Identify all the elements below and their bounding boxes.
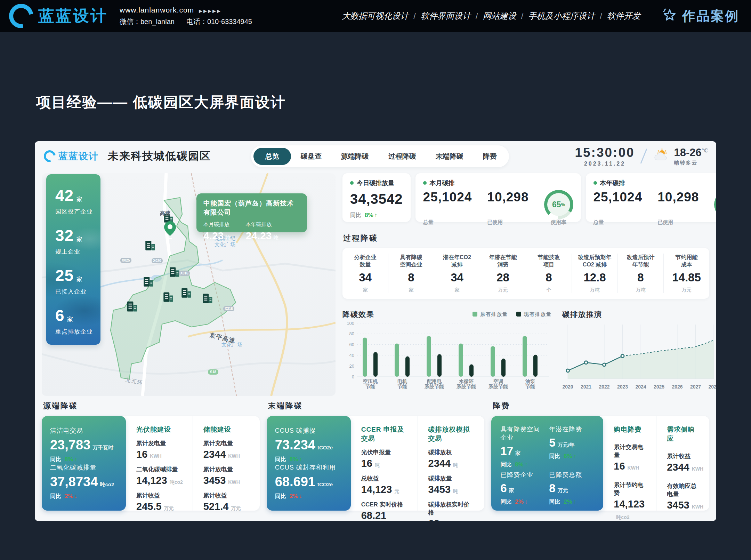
company-name: 中能国宏（葫芦岛）高新技术有限公司 xyxy=(203,199,300,217)
svg-text:S18: S18 xyxy=(210,370,216,374)
line-chart-title: 碳排放推演 xyxy=(562,310,602,319)
menu-item-software-ui[interactable]: 软件界面设计 xyxy=(421,11,471,21)
portfolio-button[interactable]: 作品案例 xyxy=(661,7,739,25)
power-fee-column: 购电降费 累计交易电量16KWH 累计节约电费14,123吨co2 xyxy=(603,416,656,511)
usage-rate-gauge: 65% xyxy=(544,190,573,219)
emission-reduction-bar-chart: 降碳效果 原有排放量 现有排放量 020406080100空压机节能电机节能配用… xyxy=(342,309,552,394)
svg-text:空调系统节能: 空调系统节能 xyxy=(488,378,508,389)
svg-text:2021: 2021 xyxy=(581,384,591,390)
tab-carbon-audit[interactable]: 碳盘查 xyxy=(291,148,331,165)
pv-construction-column: 光伏能建设 累计发电量16KWH 二氧化碳碱排量14,123吨co2 累计收益2… xyxy=(126,416,193,511)
tab-overview[interactable]: 总览 xyxy=(253,148,291,165)
menu-separator: / xyxy=(476,11,478,21)
green-dot-icon xyxy=(423,181,427,185)
divider xyxy=(55,261,93,261)
site-brand[interactable]: 蓝蓝设计 xyxy=(9,4,108,28)
source-gradient-card: 清洁电交易 23,783万千瓦时 同比8%↑ 二氧化碳减排量 37,8734吨c… xyxy=(42,416,126,511)
fee-gradient-card: 具有降费空间企业 17家 同比8%↑ 年潜在降费 5万元/年 同比6%↑ 已降费… xyxy=(491,416,603,511)
svg-text:空压机节能: 空压机节能 xyxy=(363,378,378,389)
site-logo-text: 蓝蓝设计 xyxy=(38,5,108,27)
svg-text:2024: 2024 xyxy=(635,384,646,390)
menu-separator: / xyxy=(521,11,524,21)
svg-text:2026: 2026 xyxy=(672,384,683,390)
tab-terminal-reduction[interactable]: 末端降碳 xyxy=(426,148,473,165)
stat-connected-enterprises: 25家 已接入企业 xyxy=(55,266,100,296)
legend-swatch-current xyxy=(516,312,521,317)
phone-label: 电话：010-63334945 xyxy=(186,18,252,25)
process-stat: 改造后预期年CO2 减排12.8万吨 xyxy=(572,254,617,293)
tab-fee-reduction[interactable]: 降费 xyxy=(473,148,507,165)
svg-text:X016: X016 xyxy=(180,271,188,275)
process-stat: 年潜在节能消费28万元 xyxy=(480,254,526,293)
svg-text:文化广场: 文化广场 xyxy=(221,342,242,347)
svg-text:高速: 高速 xyxy=(160,210,171,216)
bar-chart-canvas: 020406080100空压机节能电机节能配用电系统节能水循环系统节能空调系统节… xyxy=(342,320,552,394)
svg-text:2025: 2025 xyxy=(654,384,664,390)
carbon-trade-column: 碳排放权模拟交易 碳排放权2344吨 碳排放量3453吨 碳排放权实时价格68元… xyxy=(418,416,485,511)
dashboard-panel: 蓝蓝设计 未来科技城低碳园区 总览 碳盘查 源端降碳 过程降碳 末端降碳 降费 … xyxy=(35,141,716,521)
svg-text:水循环系统节能: 水循环系统节能 xyxy=(456,378,476,389)
svg-text:80: 80 xyxy=(349,331,354,336)
weather-range: 18-26 xyxy=(674,146,702,159)
stat-above-scale-enterprises: 32家 规上企业 xyxy=(55,226,100,256)
terminal-section-title: 末端降碳 xyxy=(268,401,485,411)
divider xyxy=(55,301,93,301)
green-dot-icon xyxy=(350,181,354,185)
bar-chart-title: 降碳效果 xyxy=(342,310,374,319)
source-reduction-section: 源端降碳 清洁电交易 23,783万千瓦时 同比8%↑ 二氧化碳减排量 37,8… xyxy=(42,401,260,511)
bar-chart-legend: 原有排放量 现有排放量 xyxy=(473,311,552,318)
park-stats-sidebar: 42家 园区投产企业 32家 规上企业 25家 已接入企业 6家 重点排放企业 xyxy=(46,174,100,345)
dashboard-title: 未来科技城低碳园区 xyxy=(108,149,211,163)
page-title: 项目经验—— 低碳园区大屏界面设计 xyxy=(36,93,286,112)
sun-cloud-icon xyxy=(653,148,671,164)
stat-invested-enterprises: 42家 园区投产企业 xyxy=(55,186,100,216)
menu-item-website[interactable]: 网站建设 xyxy=(483,11,516,21)
park-map[interactable]: X025 X020 X016 X318 S18 高速 龙腾世纪 文化广场 京平高… xyxy=(42,173,336,396)
clock-time: 15:30:00 xyxy=(575,145,635,160)
today-emission-value: 34,3542 xyxy=(350,191,403,207)
site-header: 蓝蓝设计 www.lanlanwork.com▶▶▶▶▶ 微信：ben_lanl… xyxy=(0,0,751,32)
terminal-gradient-card: CCUS 碳捕捉 73.234tCO2e 同比8%↑ CCUS 碳封存和利用 6… xyxy=(267,416,351,511)
svg-text:电机节能: 电机节能 xyxy=(397,378,407,389)
star-icon xyxy=(661,8,678,24)
svg-text:2020: 2020 xyxy=(562,384,573,390)
svg-text:X025: X025 xyxy=(122,258,130,262)
process-stat: 具有降碳空间企业8家 xyxy=(388,254,434,293)
svg-text:2027: 2027 xyxy=(690,384,701,390)
weather-unit: ℃ xyxy=(702,147,708,153)
tab-process-reduction[interactable]: 过程降碳 xyxy=(379,148,426,165)
divider xyxy=(55,221,93,221)
dashboard-header: 蓝蓝设计 未来科技城低碳园区 总览 碳盘查 源端降碳 过程降碳 末端降碳 降费 … xyxy=(44,146,708,166)
clock-weather: 15:30:00 2023.11.22 18-26℃ 晴转多云 xyxy=(575,145,708,167)
process-section-title: 过程降碳 xyxy=(343,233,709,243)
month-emission: 本月碳排放 4.23吨 xyxy=(203,221,230,242)
dashboard-tabs: 总览 碳盘查 源端降碳 过程降碳 末端降碳 降费 xyxy=(251,145,509,167)
svg-text:100: 100 xyxy=(347,321,354,326)
svg-text:2022: 2022 xyxy=(599,384,609,390)
today-emission-card: 今日碳排放量 34,3542 同比8%↑ xyxy=(342,173,411,222)
arrows-decoration: ▶▶▶▶▶ xyxy=(199,8,221,14)
process-stat: 节约用能成本14.85万元 xyxy=(663,254,709,293)
tab-source-reduction[interactable]: 源端降碳 xyxy=(331,148,379,165)
menu-item-dev[interactable]: 软件开发 xyxy=(607,11,640,21)
lanlan-logo-icon xyxy=(4,0,38,33)
right-column: 今日碳排放量 34,3542 同比8%↑ 本月碳排 25,1024总量 10,2… xyxy=(342,173,709,394)
wechat-label: 微信：ben_lanlan xyxy=(120,18,175,25)
usage-rate-gauge: 65% xyxy=(714,190,716,219)
lanlan-logo-icon xyxy=(41,148,58,164)
process-stats-card: 分析企业数量34家 具有降碳空间企业8家 潜在年CO2减排34家 年潜在节能消费… xyxy=(342,248,709,299)
fee-reduction-section: 降费 具有降费空间企业 17家 同比8%↑ 年潜在降费 5万元/年 同比6%↑ … xyxy=(491,401,709,511)
menu-item-bigdata[interactable]: 大数据可视化设计 xyxy=(342,11,409,21)
process-stat: 节能技改项目8个 xyxy=(526,254,572,293)
storage-construction-column: 储能建设 累计充电量2344KWH 累计放电量3453KWH 累计收益521.4… xyxy=(193,416,260,511)
divider-slash xyxy=(640,149,647,164)
website-link[interactable]: www.lanlanwork.com xyxy=(120,6,194,14)
dashboard-brand: 蓝蓝设计 xyxy=(44,150,99,162)
stat-key-emitters: 6家 重点排放企业 xyxy=(55,306,100,336)
svg-text:0: 0 xyxy=(352,374,354,379)
process-stat: 分析企业数量34家 xyxy=(342,254,388,293)
menu-item-mobile[interactable]: 手机及小程序设计 xyxy=(528,11,595,21)
emission-projection-line-chart: 碳排放推演 2020202120222023202420252026202720… xyxy=(562,309,716,394)
svg-text:2028: 2028 xyxy=(708,384,716,390)
svg-text:文化广场: 文化广场 xyxy=(215,241,235,247)
